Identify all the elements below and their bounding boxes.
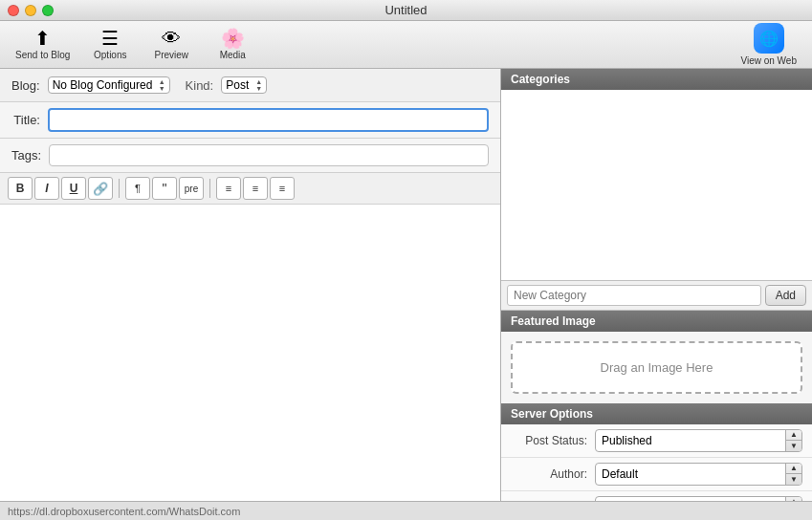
blog-select[interactable]: No Blog Configured (53, 78, 155, 92)
author-stepper[interactable]: ▲ ▼ (785, 464, 801, 485)
toolbar: ⬆ Send to Blog ☰ Options 👁 Preview 🌸 Med… (0, 21, 812, 69)
comments-row: Comments: Open Closed ▲ ▼ (501, 491, 812, 501)
align-left-button[interactable]: ≡ (216, 177, 241, 200)
kind-select-wrapper[interactable]: Post ▲ ▼ (221, 76, 267, 94)
post-status-select[interactable]: Published Draft Pending (596, 431, 785, 450)
drag-image-text: Drag an Image Here (601, 360, 713, 375)
link-button[interactable]: 🔗 (88, 177, 113, 200)
post-status-row: Post Status: Published Draft Pending ▲ ▼ (501, 424, 812, 458)
server-options-section: Server Options Post Status: Published Dr… (501, 403, 812, 501)
tags-label: Tags: (11, 148, 41, 162)
underline-button[interactable]: U (61, 177, 86, 200)
title-bar: Untitled (0, 0, 812, 21)
kind-select[interactable]: Post (226, 78, 252, 92)
add-category-button[interactable]: Add (765, 285, 806, 306)
title-label: Title: (11, 113, 40, 127)
preview-button[interactable]: 👁 Preview (143, 25, 200, 64)
post-status-stepper-down[interactable]: ▼ (786, 441, 801, 451)
window-title: Untitled (384, 3, 427, 17)
drag-image-area[interactable]: Drag an Image Here (511, 341, 802, 394)
categories-section: Categories Add (501, 69, 812, 311)
blog-label: Blog: (11, 78, 40, 93)
status-bar: https://dl.dropboxusercontent.com/WhatsD… (0, 501, 812, 520)
view-on-web-label: View on Web (740, 55, 797, 66)
media-button[interactable]: 🌸 Media (204, 25, 261, 64)
new-category-input[interactable] (507, 285, 761, 306)
pre-button[interactable]: pre (179, 177, 204, 200)
format-separator-1 (119, 179, 120, 198)
right-panel: Categories Add Featured Image Drag an Im… (501, 69, 812, 501)
categories-header: Categories (501, 69, 812, 90)
status-text: https://dl.dropboxusercontent.com/WhatsD… (8, 506, 240, 517)
minimize-button[interactable] (25, 5, 36, 16)
author-select[interactable]: Default (596, 465, 785, 484)
send-to-blog-label: Send to Blog (15, 50, 70, 60)
tags-row: Tags: (0, 139, 500, 173)
categories-add-row: Add (501, 281, 812, 311)
post-status-label: Post Status: (511, 434, 587, 447)
categories-list (501, 90, 812, 281)
send-to-blog-button[interactable]: ⬆ Send to Blog (8, 25, 77, 64)
blog-select-arrows: ▲ ▼ (159, 78, 165, 92)
post-status-stepper[interactable]: ▲ ▼ (785, 430, 801, 451)
blockquote-button[interactable]: " (152, 177, 177, 200)
post-status-select-wrapper[interactable]: Published Draft Pending ▲ ▼ (595, 429, 802, 452)
align-center-button[interactable]: ≡ (243, 177, 268, 200)
featured-image-section: Featured Image Drag an Image Here (501, 311, 812, 403)
left-panel: Blog: No Blog Configured ▲ ▼ Kind: Post … (0, 69, 501, 501)
editor-area[interactable] (0, 205, 500, 501)
view-on-web-button[interactable]: 🌐 View on Web (733, 19, 804, 70)
traffic-lights (8, 5, 54, 16)
main-content: Blog: No Blog Configured ▲ ▼ Kind: Post … (0, 69, 812, 501)
close-button[interactable] (8, 5, 19, 16)
options-label: Options (94, 50, 126, 60)
paragraph-button[interactable]: ¶ (125, 177, 150, 200)
title-row: Title: (0, 102, 500, 139)
post-status-stepper-up[interactable]: ▲ (786, 430, 801, 441)
format-separator-2 (209, 179, 210, 198)
author-stepper-down[interactable]: ▼ (786, 474, 801, 485)
kind-select-arrows: ▲ ▼ (255, 78, 262, 92)
author-stepper-up[interactable]: ▲ (786, 464, 801, 474)
options-icon: ☰ (101, 29, 119, 48)
blog-kind-row: Blog: No Blog Configured ▲ ▼ Kind: Post … (0, 69, 500, 102)
maximize-button[interactable] (42, 5, 54, 16)
author-select-wrapper[interactable]: Default ▲ ▼ (595, 463, 802, 486)
media-icon: 🌸 (221, 29, 245, 48)
preview-label: Preview (154, 50, 188, 60)
view-on-web-icon: 🌐 (754, 23, 784, 54)
bold-button[interactable]: B (8, 177, 33, 200)
media-label: Media (220, 50, 246, 60)
preview-icon: 👁 (162, 29, 181, 48)
blog-select-wrapper[interactable]: No Blog Configured ▲ ▼ (48, 76, 170, 94)
kind-label: Kind: (186, 78, 214, 93)
title-input[interactable] (48, 108, 489, 132)
author-label: Author: (511, 467, 587, 481)
italic-button[interactable]: I (34, 177, 59, 200)
tags-input[interactable] (49, 144, 489, 166)
featured-image-header: Featured Image (501, 311, 812, 332)
author-row: Author: Default ▲ ▼ (501, 458, 812, 491)
options-button[interactable]: ☰ Options (81, 25, 139, 64)
align-right-button[interactable]: ≡ (270, 177, 295, 200)
format-toolbar: B I U 🔗 ¶ " pre ≡ ≡ ≡ (0, 173, 500, 205)
server-options-header: Server Options (501, 403, 812, 424)
send-to-blog-icon: ⬆ (34, 29, 51, 48)
